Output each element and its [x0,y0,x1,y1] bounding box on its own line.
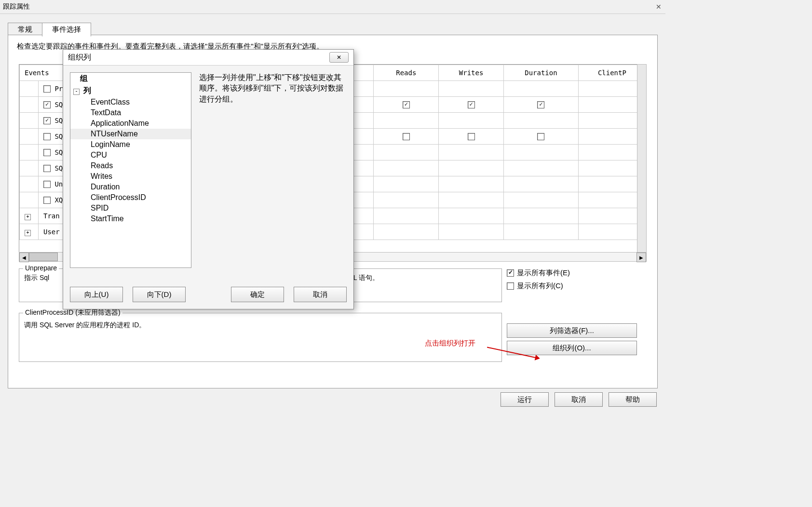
tree-item[interactable]: Reads [70,160,191,171]
window-title: 跟踪属性 [3,2,30,11]
tree-item[interactable]: ApplicationName [70,118,191,129]
run-button[interactable]: 运行 [501,392,549,407]
event-description-text: 指示 Sql [24,274,49,281]
column-header[interactable]: Writes [439,65,504,81]
show-all-events-checkbox[interactable] [507,269,514,277]
event-checkbox[interactable] [43,117,51,124]
column-filters-button[interactable]: 列筛选器(F)... [507,323,637,338]
event-checkbox[interactable] [43,197,51,204]
ok-button[interactable]: 确定 [231,287,284,302]
tab-event-selection[interactable]: 事件选择 [42,23,91,37]
dialog-button-row: 向上(U) 向下(D) 确定 取消 [70,287,347,302]
dialog-cancel-button[interactable]: 取消 [294,287,347,302]
event-checkbox[interactable] [43,133,51,140]
cell-checkbox[interactable] [403,101,410,108]
annotation-text: 点击组织列打开 [425,339,475,348]
event-description-legend: Unprepare [23,264,59,272]
cell-checkbox[interactable] [468,133,475,140]
show-all-columns-label: 显示所有列(C) [517,281,563,291]
dialog-close-button[interactable]: ✕ [329,52,349,63]
columns-tree[interactable]: 组- 列EventClassTextDataApplicationNameNTU… [70,72,191,268]
column-header[interactable]: Duration [504,65,579,81]
column-hint-fieldset: ClientProcessID (未应用筛选器) 调用 SQL Server 的… [19,313,502,362]
dialog-title: 组织列 [68,53,91,63]
window-titlebar: 跟踪属性 ✕ [0,0,665,14]
cell-checkbox[interactable] [537,133,544,140]
tree-item[interactable]: Duration [70,182,191,192]
trace-properties-window: 跟踪属性 ✕ 常规 事件选择 检查选定要跟踪的事件和事件列。要查看完整列表，请选… [0,0,665,411]
tree-item[interactable]: SPID [70,203,191,213]
dialog-instruction: 选择一列并使用"上移"和"下移"按钮更改其顺序。将该列移到"组"下，可按该列对数… [199,72,347,268]
grid-vertical-scrollbar[interactable] [637,64,647,253]
event-checkbox[interactable] [43,149,51,156]
dialog-titlebar: 组织列 ✕ [63,50,353,66]
tree-item[interactable]: TextData [70,107,191,118]
tree-item[interactable]: NTUserName [70,129,191,139]
column-header[interactable]: Reads [374,65,439,81]
tree-item[interactable]: Writes [70,171,191,182]
cell-checkbox[interactable] [403,133,410,140]
column-hint-legend: ClientProcessID (未应用筛选器) [23,308,122,317]
expand-toggle-icon[interactable]: + [25,214,31,220]
options-column: 显示所有事件(E) 显示所有列(C) 列筛选器(F)... 组织列(O)... [507,268,647,358]
cell-checkbox[interactable] [468,101,475,108]
event-checkbox[interactable] [43,181,51,188]
tree-item[interactable]: EventClass [70,97,191,107]
scroll-left-icon[interactable]: ◀ [19,253,29,262]
show-all-columns-checkbox[interactable] [507,282,514,290]
scrollbar-thumb[interactable] [29,253,58,261]
cancel-button[interactable]: 取消 [555,392,603,407]
tree-item[interactable]: 列 [81,86,91,94]
move-down-button[interactable]: 向下(D) [133,287,186,302]
tree-item[interactable]: StartTime [70,213,191,224]
cell-checkbox[interactable] [537,101,544,108]
column-header[interactable]: ClientP [578,65,646,81]
collapse-icon[interactable]: - [73,89,80,95]
tree-item[interactable]: CPU [70,150,191,160]
move-up-button[interactable]: 向上(U) [70,287,123,302]
column-hint-text: 调用 SQL Server 的应用程序的进程 ID。 [24,321,497,330]
organize-columns-dialog: 组织列 ✕ 组- 列EventClassTextDataApplicationN… [63,49,354,309]
tree-item[interactable]: 组 [70,73,191,85]
event-checkbox[interactable] [43,101,51,108]
help-button[interactable]: 帮助 [609,392,657,407]
event-checkbox[interactable] [43,85,51,93]
dialog-button-row: 运行 取消 帮助 [501,392,657,407]
tree-item[interactable]: LoginName [70,139,191,150]
show-all-events-label: 显示所有事件(E) [517,268,570,278]
event-label: Tran [43,212,60,220]
organize-columns-button[interactable]: 组织列(O)... [507,341,637,355]
close-icon[interactable]: ✕ [656,3,663,11]
expand-toggle-icon[interactable]: + [25,230,31,236]
event-label: User [43,228,60,236]
event-checkbox[interactable] [43,165,51,172]
scroll-right-icon[interactable]: ▶ [636,253,646,262]
tree-item[interactable]: ClientProcessID [70,192,191,203]
